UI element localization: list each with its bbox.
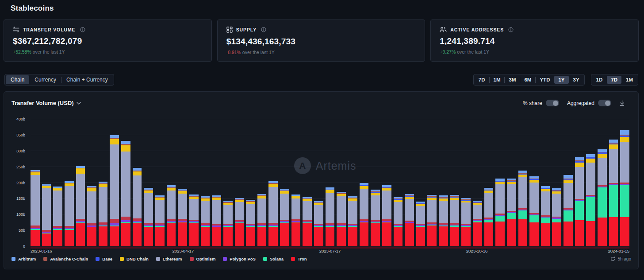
bar-2023-03-20[interactable]	[133, 119, 142, 246]
info-icon[interactable]	[80, 27, 85, 32]
segment-tron	[598, 218, 607, 246]
bar-2023-04-10[interactable]	[167, 119, 176, 246]
range-3y[interactable]: 3Y	[569, 76, 583, 84]
refresh-status[interactable]: 5h ago	[610, 257, 631, 261]
bar-2023-04-24[interactable]	[189, 119, 199, 246]
bar-2023-12-25[interactable]	[586, 119, 595, 246]
range-3m[interactable]: 3M	[505, 76, 520, 84]
legend-item-solana[interactable]: Solana	[263, 257, 284, 261]
bar-2023-01-23[interactable]	[42, 119, 51, 246]
x-tick-label: 2023-10-16	[466, 249, 488, 253]
legend-item-avalanche-c-chain[interactable]: Avalanche C-Chain	[43, 257, 88, 261]
bar-2023-07-24[interactable]	[337, 119, 346, 246]
segment-tron	[99, 226, 108, 246]
segment-ethereum	[382, 191, 391, 219]
bar-2023-01-16[interactable]	[31, 119, 40, 246]
bar-2023-02-27[interactable]	[99, 119, 108, 246]
legend-item-bnb-chain[interactable]: BNB Chain	[120, 257, 149, 261]
bar-2023-02-13[interactable]	[76, 119, 85, 246]
bar-2023-02-20[interactable]	[87, 119, 96, 246]
segment-ethereum	[564, 183, 573, 208]
bar-2023-03-27[interactable]	[144, 119, 153, 246]
share-toggle[interactable]	[546, 100, 559, 106]
segment-ethereum	[280, 194, 289, 220]
segment-ethereum	[326, 193, 335, 224]
bar-2023-09-25[interactable]	[439, 119, 448, 246]
bar-2023-05-29[interactable]	[246, 119, 255, 246]
bar-2023-10-30[interactable]	[495, 119, 505, 246]
bar-2024-01-01[interactable]	[598, 119, 607, 246]
bar-2023-11-27[interactable]	[541, 119, 550, 246]
legend-item-base[interactable]: Base	[96, 257, 112, 261]
info-icon[interactable]	[261, 27, 266, 32]
bar-2023-07-10[interactable]	[314, 119, 323, 246]
legend-item-polygon-pos[interactable]: Polygon PoS	[223, 257, 256, 261]
segment-ethereum	[461, 202, 471, 224]
range-ytd[interactable]: YTD	[536, 76, 554, 84]
aggregated-toggle[interactable]	[598, 100, 611, 106]
range-6m[interactable]: 6M	[520, 76, 535, 84]
bar-2023-06-26[interactable]	[291, 119, 301, 246]
bar-2023-06-19[interactable]	[280, 119, 289, 246]
bar-2023-07-17[interactable]	[326, 119, 335, 246]
bar-2024-01-15[interactable]	[620, 119, 629, 246]
bar-2023-10-09[interactable]	[461, 119, 471, 246]
segment-tron	[552, 222, 561, 246]
bar-2023-10-02[interactable]	[450, 119, 460, 246]
bar-2023-11-13[interactable]	[518, 119, 528, 246]
bar-2023-11-20[interactable]	[529, 119, 539, 246]
bar-2023-05-22[interactable]	[235, 119, 244, 246]
bar-2023-08-14[interactable]	[371, 119, 380, 246]
range-1m[interactable]: 1M	[622, 76, 637, 84]
bar-2023-06-12[interactable]	[268, 119, 278, 246]
range-1m[interactable]: 1M	[490, 76, 505, 84]
info-icon[interactable]	[508, 27, 514, 32]
bar-2023-12-18[interactable]	[575, 119, 584, 246]
bar-2023-08-21[interactable]	[382, 119, 391, 246]
segment-tron	[314, 227, 323, 246]
bar-2023-08-28[interactable]	[394, 119, 403, 246]
legend-item-optimism[interactable]: Optimism	[190, 257, 216, 261]
segment-optimism	[110, 219, 119, 223]
segment-arbitrum	[620, 130, 629, 134]
segment-tron	[42, 233, 51, 246]
bar-2023-05-01[interactable]	[201, 119, 210, 246]
bar-2023-11-06[interactable]	[507, 119, 516, 246]
chart-metric-selector[interactable]: Transfer Volume (USD)	[12, 100, 81, 106]
legend-item-ethereum[interactable]: Ethereum	[156, 257, 182, 261]
bar-2023-04-17[interactable]	[178, 119, 187, 246]
download-icon[interactable]	[619, 100, 625, 106]
bar-2023-09-04[interactable]	[405, 119, 414, 246]
bar-2023-07-31[interactable]	[348, 119, 357, 246]
bar-2023-05-15[interactable]	[223, 119, 233, 246]
bar-2023-02-06[interactable]	[65, 119, 74, 246]
segment-tron	[439, 226, 448, 246]
bar-2024-01-08[interactable]	[609, 119, 618, 246]
bar-2023-03-06[interactable]	[110, 119, 119, 246]
bar-2023-09-18[interactable]	[427, 119, 437, 246]
range-7d[interactable]: 7D	[475, 76, 489, 84]
bar-2023-06-05[interactable]	[257, 119, 267, 246]
tab-currency[interactable]: Currency	[30, 75, 61, 84]
bar-2023-09-11[interactable]	[416, 119, 426, 246]
bar-2023-12-04[interactable]	[552, 119, 561, 246]
range-1y[interactable]: 1Y	[554, 76, 568, 84]
legend-item-tron[interactable]: Tron	[291, 257, 307, 261]
bar-2023-04-03[interactable]	[155, 119, 165, 246]
bar-2023-10-16[interactable]	[473, 119, 482, 246]
delta-percent: +9.27%	[440, 49, 456, 54]
legend-item-arbitrum[interactable]: Arbitrum	[12, 257, 36, 261]
range-1d[interactable]: 1D	[592, 76, 607, 84]
bar-2023-08-07[interactable]	[360, 119, 369, 246]
bar-2023-07-03[interactable]	[303, 119, 312, 246]
bar-2023-10-23[interactable]	[484, 119, 494, 246]
bar-2023-03-13[interactable]	[121, 119, 130, 246]
tab-chain-currency[interactable]: Chain + Currency	[61, 75, 113, 84]
segment-bnb-chain	[609, 144, 618, 149]
bar-2023-05-08[interactable]	[212, 119, 221, 246]
segment-tron	[257, 227, 267, 246]
bar-2023-01-30[interactable]	[53, 119, 62, 246]
tab-chain[interactable]: Chain	[6, 75, 29, 84]
range-7d[interactable]: 7D	[607, 76, 621, 84]
bar-2023-12-11[interactable]	[564, 119, 573, 246]
